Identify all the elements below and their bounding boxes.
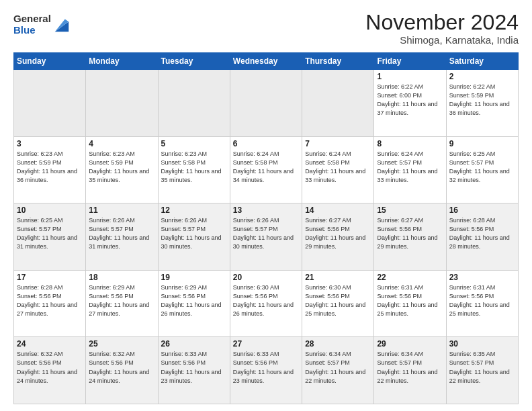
day-number: 24	[17, 339, 83, 349]
day-info: Sunrise: 6:23 AMSunset: 5:58 PMDaylight:…	[161, 150, 227, 185]
day-number: 20	[233, 273, 299, 282]
day-number: 28	[305, 339, 371, 349]
day-info: Sunrise: 6:24 AMSunset: 5:58 PMDaylight:…	[305, 150, 371, 185]
logo-icon	[52, 15, 71, 34]
day-number: 17	[17, 273, 83, 282]
calendar-week-row: 1Sunrise: 6:22 AMSunset: 6:00 PMDaylight…	[14, 70, 519, 137]
calendar-day-cell: 2Sunrise: 6:22 AMSunset: 5:59 PMDaylight…	[446, 70, 518, 137]
calendar-day-cell: 8Sunrise: 6:24 AMSunset: 5:57 PMDaylight…	[374, 136, 446, 203]
calendar-day-cell: 13Sunrise: 6:26 AMSunset: 5:57 PMDayligh…	[230, 203, 302, 271]
calendar-day-cell	[158, 70, 230, 137]
title-block: November 2024 Shimoga, Karnataka, India	[365, 11, 519, 46]
day-number: 23	[449, 273, 515, 282]
day-info: Sunrise: 6:29 AMSunset: 5:56 PMDaylight:…	[89, 283, 154, 318]
calendar-day-cell: 26Sunrise: 6:33 AMSunset: 5:56 PMDayligh…	[158, 337, 230, 404]
calendar-day-cell	[302, 70, 374, 137]
day-number: 9	[449, 139, 515, 148]
day-info: Sunrise: 6:27 AMSunset: 5:56 PMDaylight:…	[305, 216, 371, 251]
day-info: Sunrise: 6:33 AMSunset: 5:56 PMDaylight:…	[233, 350, 299, 385]
calendar-day-cell	[14, 70, 86, 137]
logo-blue: Blue	[13, 25, 51, 36]
day-number: 29	[377, 339, 443, 349]
calendar-week-row: 17Sunrise: 6:28 AMSunset: 5:56 PMDayligh…	[14, 270, 519, 337]
day-info: Sunrise: 6:30 AMSunset: 5:56 PMDaylight:…	[233, 283, 299, 318]
day-number: 11	[89, 205, 154, 215]
day-info: Sunrise: 6:22 AMSunset: 5:59 PMDaylight:…	[449, 83, 515, 118]
calendar-day-cell: 17Sunrise: 6:28 AMSunset: 5:56 PMDayligh…	[14, 270, 86, 337]
day-number: 7	[305, 139, 371, 148]
day-info: Sunrise: 6:30 AMSunset: 5:56 PMDaylight:…	[305, 283, 371, 318]
calendar-day-cell: 29Sunrise: 6:34 AMSunset: 5:57 PMDayligh…	[374, 337, 446, 404]
calendar-day-cell: 9Sunrise: 6:25 AMSunset: 5:57 PMDaylight…	[446, 136, 518, 203]
calendar-day-cell: 7Sunrise: 6:24 AMSunset: 5:58 PMDaylight…	[302, 136, 374, 203]
calendar-day-header: Saturday	[446, 53, 518, 70]
calendar-day-header: Thursday	[302, 53, 374, 70]
day-number: 19	[161, 273, 227, 282]
calendar-week-row: 10Sunrise: 6:25 AMSunset: 5:57 PMDayligh…	[14, 203, 519, 271]
calendar-day-header: Monday	[86, 53, 158, 70]
day-number: 25	[89, 339, 154, 349]
day-number: 18	[89, 273, 154, 282]
calendar-day-cell: 18Sunrise: 6:29 AMSunset: 5:56 PMDayligh…	[86, 270, 158, 337]
day-number: 15	[377, 205, 443, 215]
calendar-day-cell: 14Sunrise: 6:27 AMSunset: 5:56 PMDayligh…	[302, 203, 374, 271]
calendar-day-cell: 5Sunrise: 6:23 AMSunset: 5:58 PMDaylight…	[158, 136, 230, 203]
day-number: 1	[377, 72, 443, 81]
day-info: Sunrise: 6:31 AMSunset: 5:56 PMDaylight:…	[377, 283, 443, 318]
day-info: Sunrise: 6:32 AMSunset: 5:56 PMDaylight:…	[17, 350, 83, 385]
day-info: Sunrise: 6:34 AMSunset: 5:57 PMDaylight:…	[377, 350, 443, 385]
day-number: 3	[17, 139, 83, 148]
calendar-day-cell: 12Sunrise: 6:26 AMSunset: 5:57 PMDayligh…	[158, 203, 230, 271]
day-info: Sunrise: 6:26 AMSunset: 5:57 PMDaylight:…	[233, 216, 299, 251]
calendar-day-cell: 30Sunrise: 6:35 AMSunset: 5:57 PMDayligh…	[446, 337, 518, 404]
header: General Blue November 2024 Shimoga, Karn…	[13, 11, 519, 46]
page: General Blue November 2024 Shimoga, Karn…	[0, 0, 532, 411]
day-info: Sunrise: 6:34 AMSunset: 5:57 PMDaylight:…	[305, 350, 371, 385]
calendar-table: SundayMondayTuesdayWednesdayThursdayFrid…	[13, 52, 519, 404]
logo-text: General Blue	[13, 13, 51, 36]
calendar-day-cell: 10Sunrise: 6:25 AMSunset: 5:57 PMDayligh…	[14, 203, 86, 271]
day-number: 4	[89, 139, 154, 148]
day-number: 2	[449, 72, 515, 81]
day-info: Sunrise: 6:24 AMSunset: 5:57 PMDaylight:…	[377, 150, 443, 185]
calendar-day-cell: 22Sunrise: 6:31 AMSunset: 5:56 PMDayligh…	[374, 270, 446, 337]
day-info: Sunrise: 6:32 AMSunset: 5:56 PMDaylight:…	[89, 350, 154, 385]
calendar-day-cell: 1Sunrise: 6:22 AMSunset: 6:00 PMDaylight…	[374, 70, 446, 137]
day-number: 27	[233, 339, 299, 349]
calendar-day-cell: 15Sunrise: 6:27 AMSunset: 5:56 PMDayligh…	[374, 203, 446, 271]
day-number: 13	[233, 205, 299, 215]
day-info: Sunrise: 6:35 AMSunset: 5:57 PMDaylight:…	[449, 350, 515, 385]
day-number: 12	[161, 205, 227, 215]
day-info: Sunrise: 6:23 AMSunset: 5:59 PMDaylight:…	[89, 150, 154, 185]
day-info: Sunrise: 6:31 AMSunset: 5:56 PMDaylight:…	[449, 283, 515, 318]
calendar-day-cell: 21Sunrise: 6:30 AMSunset: 5:56 PMDayligh…	[302, 270, 374, 337]
day-info: Sunrise: 6:26 AMSunset: 5:57 PMDaylight:…	[161, 216, 227, 251]
day-info: Sunrise: 6:28 AMSunset: 5:56 PMDaylight:…	[17, 283, 83, 318]
logo: General Blue	[13, 13, 71, 36]
calendar-day-cell: 20Sunrise: 6:30 AMSunset: 5:56 PMDayligh…	[230, 270, 302, 337]
calendar-day-cell: 27Sunrise: 6:33 AMSunset: 5:56 PMDayligh…	[230, 337, 302, 404]
calendar-day-header: Sunday	[14, 53, 86, 70]
day-number: 6	[233, 139, 299, 148]
calendar-day-cell: 6Sunrise: 6:24 AMSunset: 5:58 PMDaylight…	[230, 136, 302, 203]
day-info: Sunrise: 6:26 AMSunset: 5:57 PMDaylight:…	[89, 216, 154, 251]
day-number: 10	[17, 205, 83, 215]
calendar-week-row: 24Sunrise: 6:32 AMSunset: 5:56 PMDayligh…	[14, 337, 519, 404]
calendar-day-cell: 28Sunrise: 6:34 AMSunset: 5:57 PMDayligh…	[302, 337, 374, 404]
day-info: Sunrise: 6:24 AMSunset: 5:58 PMDaylight:…	[233, 150, 299, 185]
calendar-day-cell: 19Sunrise: 6:29 AMSunset: 5:56 PMDayligh…	[158, 270, 230, 337]
calendar-day-cell: 4Sunrise: 6:23 AMSunset: 5:59 PMDaylight…	[86, 136, 158, 203]
calendar-day-cell	[230, 70, 302, 137]
day-number: 30	[449, 339, 515, 349]
day-number: 26	[161, 339, 227, 349]
logo-general: General	[13, 13, 51, 25]
calendar-day-header: Tuesday	[158, 53, 230, 70]
page-title: November 2024	[365, 11, 519, 34]
calendar-day-cell: 24Sunrise: 6:32 AMSunset: 5:56 PMDayligh…	[14, 337, 86, 404]
day-info: Sunrise: 6:25 AMSunset: 5:57 PMDaylight:…	[17, 216, 83, 251]
calendar-day-cell: 23Sunrise: 6:31 AMSunset: 5:56 PMDayligh…	[446, 270, 518, 337]
day-info: Sunrise: 6:23 AMSunset: 5:59 PMDaylight:…	[17, 150, 83, 185]
day-info: Sunrise: 6:33 AMSunset: 5:56 PMDaylight:…	[161, 350, 227, 385]
day-info: Sunrise: 6:25 AMSunset: 5:57 PMDaylight:…	[449, 150, 515, 185]
day-info: Sunrise: 6:22 AMSunset: 6:00 PMDaylight:…	[377, 83, 443, 118]
